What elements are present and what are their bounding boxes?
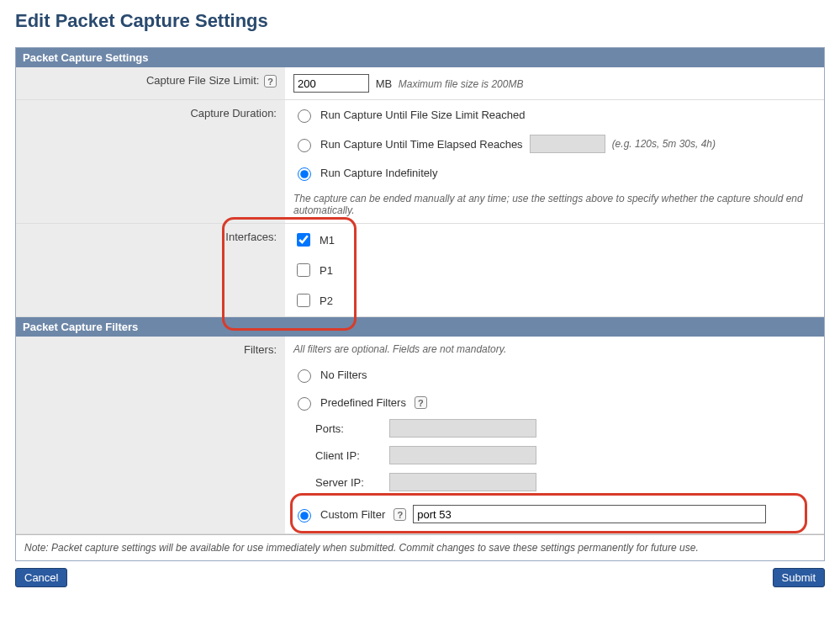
body-file-size: MB Maximum file size is 200MB	[285, 67, 824, 99]
radio-duration-indef-line: Run Capture Indefinitely	[293, 165, 816, 181]
radio-predef-label: Predefined Filters	[320, 396, 406, 409]
checkbox-iface-p2[interactable]	[297, 294, 310, 307]
file-size-input[interactable]	[293, 74, 369, 93]
iface-line-p2: P2	[293, 291, 816, 310]
custom-filter-wrap: Custom Filter ?	[293, 500, 816, 527]
pf-ports-row: Ports:	[315, 419, 816, 438]
checkbox-iface-m1[interactable]	[297, 233, 310, 247]
help-icon[interactable]: ?	[394, 508, 406, 521]
help-icon[interactable]: ?	[415, 396, 427, 409]
radio-duration-indef-label: Run Capture Indefinitely	[320, 167, 437, 179]
pf-client-input[interactable]	[389, 446, 536, 464]
radio-custom-filter[interactable]	[298, 509, 311, 523]
body-duration: Run Capture Until File Size Limit Reache…	[285, 100, 824, 223]
pf-server-label: Server IP:	[315, 476, 383, 489]
iface-line-p1: P1	[293, 261, 816, 279]
iface-label-p1: P1	[320, 264, 333, 277]
radio-duration-time[interactable]	[298, 139, 311, 152]
radio-predefined-filters[interactable]	[298, 397, 311, 411]
radio-duration-filesize-label: Run Capture Until File Size Limit Reache…	[320, 109, 526, 121]
file-size-unit: MB	[376, 77, 393, 90]
radio-no-filters[interactable]	[298, 369, 311, 383]
radio-duration-filesize-line: Run Capture Until File Size Limit Reache…	[293, 107, 816, 123]
radio-custom-label: Custom Filter	[320, 508, 385, 521]
row-filters: Filters: All filters are optional. Field…	[16, 337, 824, 534]
filters-intro: All filters are optional. Fields are not…	[293, 343, 816, 355]
footer-note: Note: Packet capture settings will be av…	[16, 534, 824, 560]
radio-duration-time-line: Run Capture Until Time Elapsed Reaches (…	[293, 135, 816, 153]
iface-label-p2: P2	[320, 294, 333, 307]
row-interfaces: Interfaces: M1 P1 P2	[16, 224, 824, 317]
pf-client-label: Client IP:	[315, 449, 383, 462]
pf-ports-label: Ports:	[315, 422, 383, 435]
radio-no-filters-line: No Filters	[293, 367, 816, 383]
radio-duration-indefinite[interactable]	[298, 167, 311, 181]
radio-duration-filesize[interactable]	[298, 109, 311, 123]
pf-ports-input[interactable]	[389, 419, 536, 438]
section-header-filters: Packet Capture Filters	[16, 317, 824, 337]
page-title: Edit Packet Capture Settings	[15, 10, 825, 32]
row-file-size: Capture File Size Limit: ? MB Maximum fi…	[16, 67, 824, 100]
radio-no-filters-label: No Filters	[320, 369, 367, 381]
duration-note: The capture can be ended manually at any…	[293, 193, 816, 216]
pf-server-row: Server IP:	[315, 473, 816, 491]
cancel-button[interactable]: Cancel	[15, 568, 67, 587]
predefined-group: Ports: Client IP: Server IP:	[315, 419, 816, 491]
label-file-size: Capture File Size Limit: ?	[16, 67, 285, 99]
radio-duration-time-label: Run Capture Until Time Elapsed Reaches	[320, 138, 523, 151]
body-filters: All filters are optional. Fields are not…	[285, 337, 824, 533]
checkbox-iface-p1[interactable]	[297, 263, 310, 277]
pf-server-input[interactable]	[389, 473, 536, 491]
radio-custom-line: Custom Filter ?	[293, 505, 816, 523]
custom-filter-input[interactable]	[413, 505, 766, 523]
iface-line-m1: M1	[293, 231, 816, 249]
submit-button[interactable]: Submit	[773, 568, 825, 587]
label-duration: Capture Duration:	[16, 100, 285, 223]
duration-time-input[interactable]	[530, 135, 605, 153]
body-interfaces: M1 P1 P2	[285, 224, 824, 316]
file-size-note: Maximum file size is 200MB	[399, 78, 524, 90]
label-filters: Filters:	[16, 337, 285, 533]
row-duration: Capture Duration: Run Capture Until File…	[16, 100, 824, 224]
duration-time-hint: (e.g. 120s, 5m 30s, 4h)	[612, 138, 716, 150]
help-icon[interactable]: ?	[264, 75, 277, 88]
pf-client-row: Client IP:	[315, 446, 816, 464]
label-interfaces: Interfaces:	[16, 224, 285, 316]
radio-predef-line: Predefined Filters ?	[293, 395, 816, 411]
section-header-settings: Packet Capture Settings	[16, 48, 824, 67]
settings-panel: Packet Capture Settings Capture File Siz…	[15, 47, 825, 561]
button-bar: Cancel Submit	[15, 568, 825, 587]
iface-label-m1: M1	[320, 234, 335, 247]
label-file-size-text: Capture File Size Limit:	[146, 74, 259, 87]
